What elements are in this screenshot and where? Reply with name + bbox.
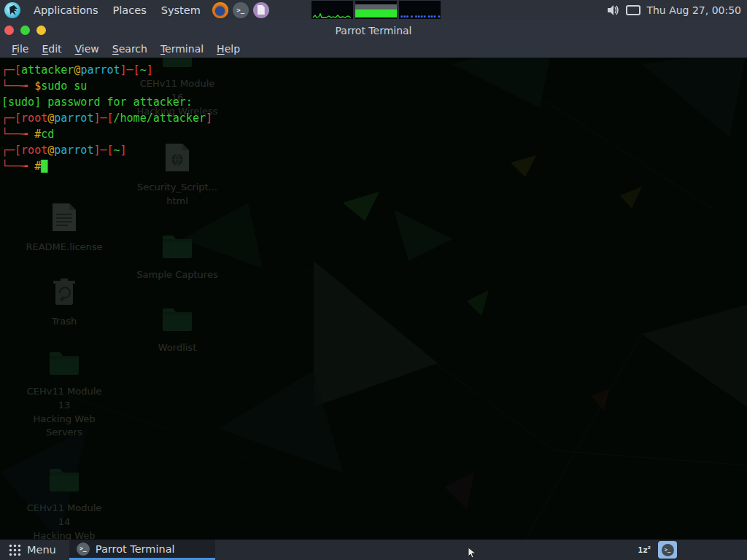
volume-icon[interactable] xyxy=(607,4,620,16)
menu-item-view[interactable]: View xyxy=(70,42,104,56)
workspace-indicator-icon[interactable]: 1zz xyxy=(638,545,651,555)
terminal-line: ┌─[root@parrot]─[/home/attacker] xyxy=(1,110,212,126)
terminal-line: └──╼ $sudo su xyxy=(1,78,212,94)
network-monitor-applet[interactable]: ▪▪▪ ▪ ▪▪▪▪ ▪▪▪ ▪▪ ▪▪▪▪ ▪▪▪ xyxy=(399,1,441,19)
terminal-task-icon: >_ xyxy=(77,542,90,556)
maximize-button[interactable] xyxy=(36,26,46,35)
terminal-screen[interactable]: ┌─[attacker@parrot]─[~]└──╼ $sudo su[sud… xyxy=(1,62,212,174)
terminal-titlebar[interactable]: Parrot Terminal xyxy=(0,20,747,40)
menu-applications[interactable]: Applications xyxy=(26,1,106,19)
menu-item-search[interactable]: Search xyxy=(107,42,152,56)
close-button[interactable] xyxy=(4,26,14,35)
minimize-button[interactable] xyxy=(20,26,30,35)
terminal-icon[interactable]: >_ xyxy=(233,2,249,18)
terminal-line: └──╼ #cd xyxy=(1,126,212,142)
terminal-window: Parrot Terminal FileEditViewSearchTermin… xyxy=(0,20,747,540)
window-title: Parrot Terminal xyxy=(335,25,411,36)
menu-item-terminal[interactable]: Terminal xyxy=(155,42,209,56)
menu-item-file[interactable]: File xyxy=(7,42,34,56)
mouse-cursor xyxy=(468,547,478,560)
menu-grid-icon xyxy=(9,544,21,556)
menu-system[interactable]: System xyxy=(154,1,208,19)
memory-monitor-applet[interactable] xyxy=(355,1,397,19)
parrot-logo-icon[interactable] xyxy=(4,2,20,18)
terminal-line: ┌─[root@parrot]─[~] xyxy=(1,142,212,158)
cpu-graph-applet[interactable] xyxy=(311,1,353,19)
taskbar-task-parrot-terminal[interactable]: >_ Parrot Terminal xyxy=(69,540,215,560)
taskbar: Menu >_ Parrot Terminal 1zz >_ xyxy=(0,540,747,560)
terminal-line: [sudo] password for attacker: xyxy=(1,94,212,110)
firefox-icon[interactable] xyxy=(212,2,228,18)
terminal-line: ┌─[attacker@parrot]─[~] xyxy=(1,62,212,78)
top-panel: Applications Places System >_ ▪▪▪ ▪ ▪▪▪▪… xyxy=(0,0,747,20)
terminal-tray-icon[interactable]: >_ xyxy=(658,541,677,559)
terminal-line: └──╼ #█ xyxy=(1,158,212,174)
menu-item-edit[interactable]: Edit xyxy=(36,42,66,56)
menu-item-help[interactable]: Help xyxy=(212,42,245,56)
panel-clock[interactable]: Thu Aug 27, 00:50 xyxy=(646,4,744,16)
terminal-menubar: FileEditViewSearchTerminalHelp xyxy=(0,40,747,58)
display-icon[interactable] xyxy=(626,5,640,16)
taskbar-menu-button[interactable]: Menu xyxy=(27,544,56,556)
file-manager-icon[interactable] xyxy=(253,2,269,18)
menu-places[interactable]: Places xyxy=(106,1,154,19)
terminal-body[interactable]: ┌─[attacker@parrot]─[~]└──╼ $sudo su[sud… xyxy=(0,58,747,540)
